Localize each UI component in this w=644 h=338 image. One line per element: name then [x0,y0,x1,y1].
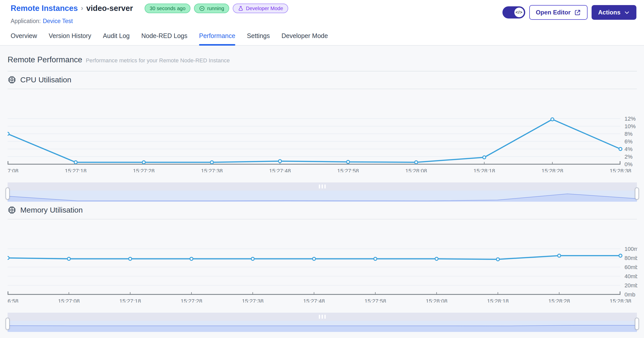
svg-text:15:27:28: 15:27:28 [181,298,202,303]
cpu-chart-brush [8,182,637,202]
drag-grip-icon [319,315,326,319]
memory-chart: 0mb20mb40mb60mb80mb100mb6:5815:27:0815:2… [8,239,637,303]
svg-text:80mb: 80mb [625,255,637,261]
application-link[interactable]: Device Test [43,18,73,24]
memory-brush-minimap[interactable] [8,321,637,332]
tab-performance[interactable]: Performance [199,32,235,45]
status-badges: 30 seconds ago running [145,4,288,13]
tab-version-history[interactable]: Version History [49,32,91,45]
svg-text:10%: 10% [625,123,636,129]
open-editor-label: Open Editor [536,9,571,16]
code-icon: </> [514,8,524,17]
tab-developer-mode[interactable]: Developer Mode [281,32,328,45]
app-root: Remote Instances › video-server 30 secon… [0,0,644,338]
instance-header-left: Remote Instances › video-server 30 secon… [11,4,288,25]
svg-text:2%: 2% [625,154,633,160]
memory-chart-brush [8,313,637,332]
last-seen-badge-label: 30 seconds ago [150,6,185,11]
svg-text:4%: 4% [625,146,633,152]
svg-text:15:27:28: 15:27:28 [133,168,155,172]
cpu-brush-minimap[interactable] [8,191,637,202]
instance-header-actions: </> Open Editor Actions [502,4,636,20]
actions-button[interactable]: Actions [592,5,636,20]
svg-text:15:27:38: 15:27:38 [201,168,223,172]
svg-text:6:58: 6:58 [8,298,18,303]
tab-audit-log[interactable]: Audit Log [103,32,130,45]
svg-text:40mb: 40mb [625,273,637,279]
page-title: Remote Performance [8,55,82,64]
cpu-section: CPU Utilisation 0%2%4%6%8%10%12%7:0815:2… [8,71,637,202]
svg-text:15:27:48: 15:27:48 [269,168,291,172]
memory-brush-right-handle[interactable] [635,318,639,330]
svg-text:15:27:18: 15:27:18 [119,298,141,303]
cpu-section-header: CPU Utilisation [8,71,637,89]
drag-grip-icon [319,184,326,189]
open-editor-button[interactable]: Open Editor [529,5,588,20]
actions-label: Actions [598,9,620,16]
memory-brush-left-handle[interactable] [6,318,10,330]
chevron-down-icon [624,10,630,15]
svg-text:0mb: 0mb [625,291,635,298]
svg-text:15:27:38: 15:27:38 [242,298,264,303]
svg-text:15:28:28: 15:28:28 [548,298,570,303]
cpu-chart: 0%2%4%6%8%10%12%7:0815:27:1815:27:2815:2… [8,108,637,172]
svg-text:15:28:18: 15:28:18 [473,168,495,172]
memory-brush-drag-strip[interactable] [8,313,637,321]
page-subtitle: Performance metrics for your Remote Node… [86,57,230,64]
tab-node-red-logs[interactable]: Node-RED Logs [141,32,187,45]
application-label: Application: [11,18,41,24]
developer-mode-toggle[interactable]: </> [502,6,525,18]
svg-text:15:28:38: 15:28:38 [610,298,631,303]
instance-header: Remote Instances › video-server 30 secon… [0,0,644,25]
breadcrumb-remote-instances-link[interactable]: Remote Instances [11,4,78,13]
tab-overview[interactable]: Overview [11,32,37,45]
svg-text:15:28:08: 15:28:08 [405,168,427,172]
svg-text:20mb: 20mb [625,282,637,289]
developer-mode-badge-label: Developer Mode [246,6,283,11]
cpu-brush-drag-strip[interactable] [8,182,637,191]
memory-section-title: Memory Utilisation [20,206,83,214]
application-row: Application:Device Test [11,18,288,25]
memory-section: Memory Utilisation 0mb20mb40mb60mb80mb10… [8,202,637,332]
breadcrumb-separator-icon: › [81,4,83,12]
cpu-brush-right-handle[interactable] [635,187,639,200]
svg-text:8%: 8% [625,131,633,137]
svg-text:15:27:08: 15:27:08 [58,298,80,303]
svg-text:15:27:18: 15:27:18 [65,168,87,172]
cpu-section-title: CPU Utilisation [20,76,71,84]
page-title-row: Remote Performance Performance metrics f… [8,46,637,71]
play-circle-icon [199,6,205,11]
memory-chip-icon [8,206,16,214]
svg-text:7:08: 7:08 [8,168,18,172]
svg-text:12%: 12% [625,116,636,122]
running-status-badge: running [194,4,229,13]
svg-text:100mb: 100mb [625,246,637,252]
running-status-label: running [207,6,224,11]
breadcrumb-instance-name: video-server [86,4,133,13]
svg-text:60mb: 60mb [625,264,637,270]
breadcrumb: Remote Instances › video-server [11,4,133,13]
svg-text:15:27:58: 15:27:58 [364,298,386,303]
tab-settings[interactable]: Settings [247,32,270,45]
flask-icon [238,6,244,11]
cpu-brush-left-handle[interactable] [6,187,10,200]
performance-page: Remote Performance Performance metrics f… [0,46,644,338]
svg-text:15:28:18: 15:28:18 [487,298,509,303]
developer-mode-badge: Developer Mode [233,4,288,13]
svg-text:15:28:38: 15:28:38 [610,168,631,172]
external-link-icon [574,9,581,16]
svg-text:15:28:28: 15:28:28 [541,168,563,172]
svg-text:15:27:58: 15:27:58 [337,168,359,172]
svg-text:15:27:48: 15:27:48 [303,298,325,303]
cpu-chip-icon [8,76,16,84]
svg-text:15:28:08: 15:28:08 [426,298,447,303]
last-seen-badge: 30 seconds ago [145,4,190,13]
tab-bar: OverviewVersion HistoryAudit LogNode-RED… [0,25,644,46]
svg-text:6%: 6% [625,138,633,145]
svg-text:0%: 0% [625,161,633,167]
memory-section-header: Memory Utilisation [8,202,637,219]
